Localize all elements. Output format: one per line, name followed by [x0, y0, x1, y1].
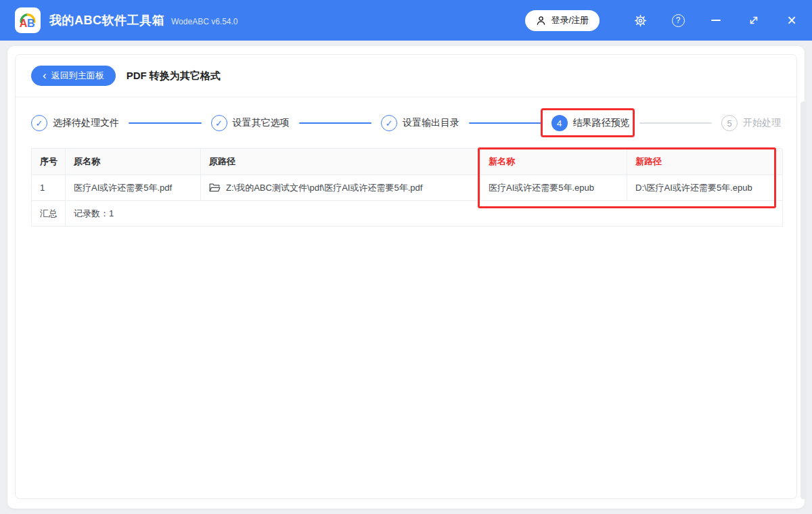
app-title-group: 我的ABC软件工具箱 WodeABC v6.54.0	[49, 12, 525, 28]
content-panel: ‹ 返回到主面板 PDF 转换为其它格式 ✓ 选择待处理文件 ✓ 设置其它选项	[15, 54, 797, 499]
step-connector	[129, 122, 202, 124]
svg-text:B: B	[27, 17, 35, 29]
minimize-button[interactable]	[706, 11, 725, 30]
help-icon: ?	[672, 14, 685, 27]
summary-label-cell: 汇总	[32, 201, 66, 227]
login-button[interactable]: 登录/注册	[525, 10, 600, 31]
back-button-label: 返回到主面板	[51, 70, 104, 82]
app-version: WodeABC v6.54.0	[171, 17, 238, 26]
column-header-original-name: 原名称	[66, 149, 201, 175]
step-label: 设置其它选项	[233, 117, 290, 129]
step-connector	[639, 122, 713, 124]
column-header-new-path: 新路径	[627, 149, 783, 175]
check-icon: ✓	[215, 118, 223, 128]
back-chevron-icon: ‹	[43, 70, 47, 81]
svg-text:A: A	[20, 17, 28, 29]
app-name: 我的ABC软件工具箱	[49, 12, 164, 28]
step-circle: ✓	[211, 115, 227, 131]
step-connector	[469, 122, 542, 124]
app-logo-icon: A B	[15, 7, 41, 33]
original-path-text: Z:\我的ABC测试文件\pdf\医疗AI或许还需要5年.pdf	[226, 182, 422, 194]
step-item-result-preview: 4 结果路径预览	[551, 115, 630, 131]
new-path-cell[interactable]: D:\医疗AI或许还需要5年.epub	[627, 175, 783, 201]
folder-icon	[209, 183, 221, 193]
login-label: 登录/注册	[551, 14, 589, 26]
column-header-index: 序号	[32, 149, 66, 175]
page-title: PDF 转换为其它格式	[127, 70, 221, 83]
close-icon: ×	[787, 13, 796, 28]
column-header-new-name: 新名称	[480, 149, 627, 175]
original-path-cell[interactable]: Z:\我的ABC测试文件\pdf\医疗AI或许还需要5年.pdf	[201, 175, 480, 201]
summary-value-cell: 记录数：1	[66, 201, 783, 227]
step-label: 开始处理	[743, 117, 781, 129]
step-number: 5	[727, 118, 731, 128]
files-table: 序号 原名称 原路径 新名称 新路径 1 医疗AI或许还需要5年.pdf Z:\…	[31, 148, 782, 227]
settings-button[interactable]	[631, 11, 650, 30]
step-label: 结果路径预览	[573, 117, 630, 129]
help-button[interactable]: ?	[669, 11, 687, 30]
step-wizard: ✓ 选择待处理文件 ✓ 设置其它选项 ✓ 设置输出目录 4 结果路径预览	[31, 115, 781, 131]
original-name-cell[interactable]: 医疗AI或许还需要5年.pdf	[66, 175, 201, 201]
step-number: 4	[557, 118, 562, 128]
step-item-other-options: ✓ 设置其它选项	[211, 115, 290, 131]
check-icon: ✓	[36, 118, 43, 128]
close-button[interactable]: ×	[782, 11, 801, 30]
step-item-select-files: ✓ 选择待处理文件	[31, 115, 119, 131]
minimize-icon	[711, 20, 721, 21]
step-connector	[299, 122, 372, 124]
scrollbar[interactable]	[800, 101, 807, 499]
check-icon: ✓	[386, 118, 393, 128]
step-circle: 5	[721, 115, 738, 131]
main-card: ‹ 返回到主面板 PDF 转换为其它格式 ✓ 选择待处理文件 ✓ 设置其它选项	[7, 46, 805, 509]
titlebar: A B 我的ABC软件工具箱 WodeABC v6.54.0 登录/注册	[0, 0, 812, 41]
new-name-cell[interactable]: 医疗AI或许还需要5年.epub	[480, 175, 627, 201]
step-item-start-processing: 5 开始处理	[721, 115, 781, 131]
maximize-button[interactable]	[744, 11, 763, 30]
step-circle: 4	[551, 115, 568, 131]
step-circle: ✓	[381, 115, 397, 131]
panel-header: ‹ 返回到主面板 PDF 转换为其它格式	[16, 55, 796, 97]
gear-icon	[634, 14, 647, 27]
person-icon	[536, 16, 546, 26]
step-label: 设置输出目录	[403, 117, 459, 129]
back-button[interactable]: ‹ 返回到主面板	[31, 66, 116, 86]
column-header-original-path: 原路径	[201, 149, 480, 175]
step-label: 选择待处理文件	[53, 117, 119, 129]
maximize-icon	[748, 15, 759, 26]
step-circle: ✓	[31, 115, 47, 131]
titlebar-controls: 登录/注册 ?	[525, 10, 801, 31]
row-index-cell[interactable]: 1	[32, 175, 66, 201]
step-item-output-dir: ✓ 设置输出目录	[381, 115, 459, 131]
app-window: A B 我的ABC软件工具箱 WodeABC v6.54.0 登录/注册	[0, 0, 812, 514]
